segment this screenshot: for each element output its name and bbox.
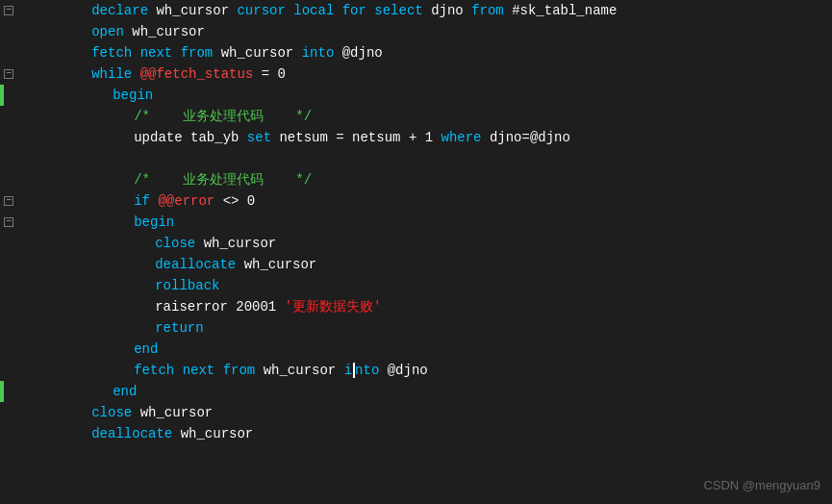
token: select — [374, 3, 431, 18]
token: from — [223, 363, 264, 378]
token: i — [344, 363, 352, 378]
token: wh_cursor — [264, 363, 344, 378]
code-line-7: update tab_yb set netsum = netsum + 1 wh… — [8, 127, 824, 148]
token: @djno — [342, 45, 383, 61]
collapse-4[interactable]: − — [4, 69, 13, 79]
token: = 0 — [253, 66, 286, 82]
token: @djno — [388, 363, 428, 378]
line-indicator-19 — [0, 381, 4, 402]
line-indicator-5 — [0, 85, 4, 106]
gutter-10: − — [0, 190, 17, 212]
code-area[interactable]: − declare wh_cursor cursor local for sel… — [0, 0, 832, 504]
token: update tab_yb — [134, 130, 247, 145]
gutter-11: − — [0, 212, 17, 233]
token: for — [342, 3, 375, 18]
token: cursor — [229, 3, 293, 18]
watermark: CSDN @mengyuan9 — [703, 475, 820, 496]
token: local — [293, 3, 341, 18]
code-line-21: deallocate wh_cursor — [8, 423, 824, 444]
token: wh_cursor — [244, 257, 317, 272]
token: set — [247, 130, 280, 145]
token: djno — [431, 3, 471, 18]
token: netsum = netsum + 1 — [279, 130, 441, 145]
token: from — [471, 3, 512, 18]
token: #sk_tabl_name — [512, 3, 617, 18]
token: djno=@djno — [490, 130, 570, 145]
token: fetch next — [134, 363, 222, 378]
token: <> 0 — [214, 193, 255, 209]
gutter-4: − — [0, 63, 17, 85]
token: @@fetch_status — [140, 66, 254, 82]
token: return — [155, 320, 203, 336]
collapse-1[interactable]: − — [4, 6, 13, 15]
token: wh_cursor — [181, 426, 254, 441]
token: where — [441, 130, 489, 145]
token: deallocate — [91, 426, 180, 441]
editor-container: − declare wh_cursor cursor local for sel… — [0, 0, 832, 504]
token: nto — [355, 363, 388, 378]
gutter-1: − — [0, 0, 17, 21]
token: into — [302, 45, 342, 61]
collapse-10[interactable]: − — [4, 196, 13, 206]
token: '更新数据失败' — [285, 299, 382, 315]
collapse-11[interactable]: − — [4, 217, 13, 227]
